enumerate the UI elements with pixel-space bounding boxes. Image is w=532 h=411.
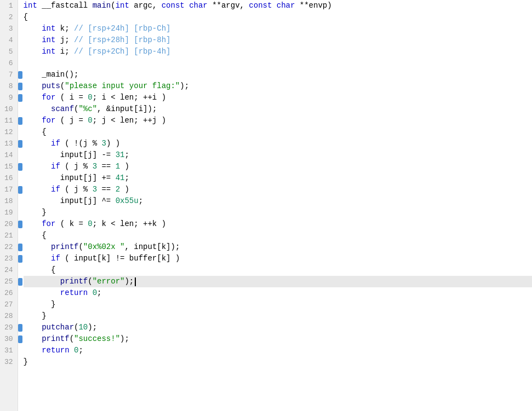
line-num-20: 20 (4, 218, 13, 230)
line-num-2: 2 (4, 11, 13, 23)
code-line-11: for ( j = 0; j < len; ++j ) (24, 115, 532, 126)
line-number-gutter: 1 2 3 4 5 6 7 8 9 10 11 12 13 14 15 16 1… (0, 0, 18, 411)
line-num-26: 26 (4, 287, 13, 299)
line-num-25: 25 (4, 276, 13, 287)
code-line-27: } (24, 299, 532, 310)
code-line-6 (24, 57, 532, 69)
code-line-28: } (24, 310, 532, 322)
code-line-23: if ( input[k] != buffer[k] ) (24, 253, 532, 264)
line-num-15: 15 (4, 161, 13, 172)
code-line-1: int __fastcall main(int argc, const char… (24, 0, 532, 11)
line-num-22: 22 (4, 241, 13, 253)
code-line-26: return 0; (24, 287, 532, 299)
line-num-30: 30 (4, 333, 13, 345)
code-line-16: input[j] += 41; (24, 172, 532, 184)
code-line-3: int k; // [rsp+24h] [rbp-Ch] (24, 23, 532, 34)
code-line-7: _main(); (24, 69, 532, 80)
line-num-29: 29 (4, 322, 13, 333)
line-num-3: 3 (4, 23, 13, 34)
line-num-13: 13 (4, 138, 13, 149)
line-num-24: 24 (4, 264, 13, 276)
code-line-2: { (24, 11, 532, 23)
code-line-20: for ( k = 0; k < len; ++k ) (24, 218, 532, 230)
code-line-21: { (24, 230, 532, 241)
code-line-29: putchar(10); (24, 322, 532, 333)
code-editor: 1 2 3 4 5 6 7 8 9 10 11 12 13 14 15 16 1… (0, 0, 532, 411)
line-num-8: 8 (4, 80, 13, 92)
text-cursor (135, 277, 136, 286)
code-line-22: printf("0x%02x ", input[k]); (24, 241, 532, 253)
code-line-32: } (24, 356, 532, 368)
line-num-1: 1 (4, 0, 13, 11)
line-num-23: 23 (4, 253, 13, 264)
code-line-30: printf("success!"); (24, 333, 532, 345)
line-num-21: 21 (4, 230, 13, 241)
line-num-17: 17 (4, 184, 13, 195)
line-num-10: 10 (4, 103, 13, 115)
code-line-19: } (24, 207, 532, 218)
line-num-5: 5 (4, 46, 13, 57)
line-num-6: 6 (4, 57, 13, 69)
code-line-12: { (24, 126, 532, 138)
line-num-31: 31 (4, 345, 13, 356)
code-line-8: puts("please input your flag:"); (24, 80, 532, 92)
line-num-18: 18 (4, 195, 13, 207)
code-line-24: { (24, 264, 532, 276)
code-line-9: for ( i = 0; i < len; ++i ) (24, 92, 532, 103)
code-line-17: if ( j % 3 == 2 ) (24, 184, 532, 195)
code-line-18: input[j] ^= 0x55u; (24, 195, 532, 207)
line-num-16: 16 (4, 172, 13, 184)
code-line-14: input[j] -= 31; (24, 149, 532, 161)
line-num-4: 4 (4, 34, 13, 46)
line-num-11: 11 (4, 115, 13, 126)
keyword-int: int (24, 0, 37, 11)
line-num-19: 19 (4, 207, 13, 218)
code-line-31: return 0; (24, 345, 532, 356)
code-content[interactable]: int __fastcall main(int argc, const char… (18, 0, 532, 411)
code-line-13: if ( !(j % 3) ) (24, 138, 532, 149)
line-num-14: 14 (4, 149, 13, 161)
line-num-7: 7 (4, 69, 13, 80)
code-line-10: scanf("%c", &input[i]); (24, 103, 532, 115)
line-num-27: 27 (4, 299, 13, 310)
line-num-32: 32 (4, 356, 13, 368)
code-line-25: printf("error"); (24, 276, 532, 287)
func-name: main (93, 0, 111, 11)
line-num-12: 12 (4, 126, 13, 138)
code-line-4: int j; // [rsp+28h] [rbp-8h] (24, 34, 532, 46)
line-num-9: 9 (4, 92, 13, 103)
code-line-5: int i; // [rsp+2Ch] [rbp-4h] (24, 46, 532, 57)
line-num-28: 28 (4, 310, 13, 322)
code-line-15: if ( j % 3 == 1 ) (24, 161, 532, 172)
